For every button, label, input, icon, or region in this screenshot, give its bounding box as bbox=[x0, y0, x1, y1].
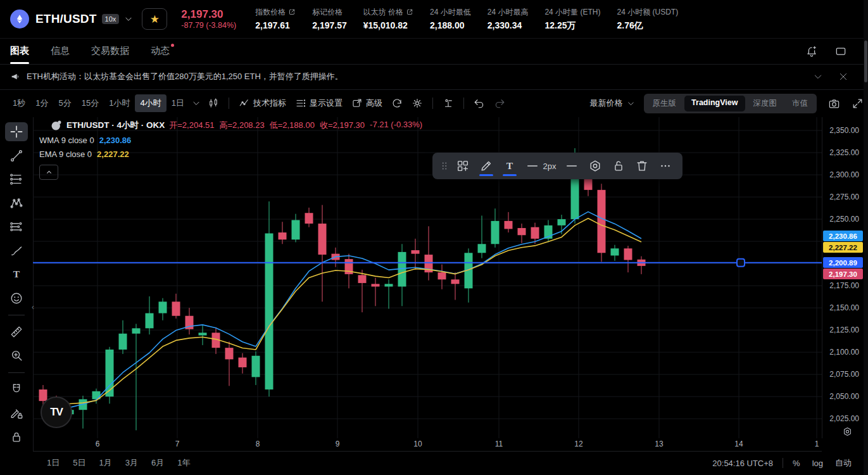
alert-bell-plus-icon[interactable] bbox=[805, 45, 818, 58]
price-axis-settings-icon[interactable] bbox=[842, 426, 853, 437]
legend-title[interactable]: ETH/USDT · 4小时 · OKX bbox=[66, 120, 165, 131]
tab-动态[interactable]: 动态 bbox=[151, 38, 170, 64]
undo-icon[interactable] bbox=[474, 98, 485, 109]
symbol-name[interactable]: ETH/USDT bbox=[35, 12, 97, 26]
announcement-chevron-down-icon[interactable] bbox=[813, 72, 823, 82]
price-tick-label: 2,025.00 bbox=[829, 414, 859, 423]
legend-wma[interactable]: WMA 9 close 02,230.86 bbox=[39, 136, 422, 145]
compare-scale-icon[interactable] bbox=[443, 98, 454, 109]
range-1年[interactable]: 1年 bbox=[177, 457, 190, 469]
page-scrollbar[interactable] bbox=[864, 0, 868, 475]
symbol-chevron-down-icon[interactable] bbox=[124, 15, 133, 23]
lock-all-tool[interactable] bbox=[5, 428, 28, 446]
tab-交易数据[interactable]: 交易数据 bbox=[91, 38, 129, 64]
legend-collapse-button[interactable] bbox=[39, 165, 58, 180]
xabcd-pattern-tool[interactable] bbox=[5, 193, 28, 212]
emoji-tool[interactable] bbox=[5, 288, 28, 307]
advanced-button[interactable]: 高级 bbox=[351, 98, 382, 109]
trash-icon[interactable] bbox=[631, 155, 653, 177]
range-5日[interactable]: 5日 bbox=[73, 457, 85, 469]
auto-scale-button[interactable]: 自动 bbox=[835, 457, 852, 469]
drawing-lock-tool[interactable] bbox=[5, 403, 28, 422]
display-settings-button[interactable]: 显示设置 bbox=[295, 98, 343, 109]
tradingview-logo[interactable]: TV bbox=[41, 396, 72, 428]
layout-window-icon[interactable] bbox=[834, 45, 847, 58]
indicators-button[interactable]: 技术指标 bbox=[239, 98, 286, 109]
replay-icon[interactable] bbox=[391, 98, 403, 109]
legend-ohlc-item: 低=2,188.00 bbox=[270, 120, 315, 131]
crosshair-tool[interactable] bbox=[5, 122, 28, 141]
timeframe-15分[interactable]: 15分 bbox=[77, 94, 104, 112]
announcement-text[interactable]: ETH机构活动：以太坊基金会出售了价值280万美元的1,250 ETH，并暂停了… bbox=[27, 71, 343, 82]
time-tick-label: 10 bbox=[413, 440, 422, 448]
drawing-handle[interactable] bbox=[737, 259, 745, 267]
timeframe-1日[interactable]: 1日 bbox=[167, 94, 189, 112]
timeframe-1小时[interactable]: 1小时 bbox=[104, 94, 135, 112]
price-axis[interactable]: 2,350.002,325.002,300.002,275.002,250.00… bbox=[822, 117, 864, 438]
leverage-badge: 10x bbox=[102, 14, 120, 24]
style-settings-icon[interactable] bbox=[584, 155, 606, 177]
timeframe-chevron-down-icon[interactable] bbox=[192, 99, 201, 108]
external-link-icon[interactable] bbox=[406, 8, 413, 16]
view-TradingView[interactable]: TradingView bbox=[684, 96, 745, 111]
legend-ohlc-item: -7.21 (-0.33%) bbox=[370, 120, 422, 131]
price-tick-label: 2,150.00 bbox=[829, 303, 859, 312]
stat-label: 指数价格 bbox=[255, 7, 296, 18]
text-tool[interactable]: T bbox=[5, 265, 28, 284]
tab-图表[interactable]: 图表 bbox=[10, 38, 29, 64]
unlock-icon[interactable] bbox=[608, 155, 629, 177]
legend-ohlc: 开=2,204.51高=2,208.23低=2,188.00收=2,197.30… bbox=[169, 120, 422, 131]
trend-line-tool[interactable] bbox=[5, 146, 28, 165]
chart-area[interactable]: ETH/USDT · 4小时 · OKX 开=2,204.51高=2,208.2… bbox=[33, 117, 822, 438]
text-icon[interactable]: T bbox=[499, 155, 520, 177]
candle-style-icon[interactable] bbox=[208, 98, 219, 109]
line-width-label: 2px bbox=[543, 162, 557, 171]
view-市值[interactable]: 市值 bbox=[785, 96, 815, 111]
range-6月[interactable]: 6月 bbox=[151, 457, 164, 469]
camera-snapshot-icon[interactable] bbox=[828, 98, 840, 110]
chart-toolbar: 1秒1分5分15分1小时4小时1日 技术指标 显示设置 高级 最新价格 原生版T… bbox=[0, 89, 864, 117]
scrollbar-thumb[interactable] bbox=[864, 41, 867, 82]
clock-utc[interactable]: 20:54:16 UTC+8 bbox=[712, 459, 773, 468]
external-link-icon[interactable] bbox=[288, 8, 296, 16]
announcement-close-icon[interactable] bbox=[838, 72, 848, 82]
candle bbox=[265, 201, 274, 396]
timeframe-1分[interactable]: 1分 bbox=[30, 94, 53, 112]
zoom-in-tool[interactable] bbox=[5, 346, 28, 365]
range-1日[interactable]: 1日 bbox=[47, 457, 60, 469]
line-style-icon[interactable] bbox=[561, 155, 582, 177]
candle bbox=[505, 212, 513, 232]
range-3月[interactable]: 3月 bbox=[125, 457, 138, 469]
template-icon[interactable] bbox=[452, 155, 474, 177]
view-深度图[interactable]: 深度图 bbox=[746, 96, 784, 111]
range-1月[interactable]: 1月 bbox=[99, 457, 111, 469]
time-tick-label: 7 bbox=[175, 440, 180, 448]
legend-ema[interactable]: EMA 9 close 02,227.22 bbox=[39, 149, 422, 159]
candle bbox=[132, 324, 141, 430]
fullscreen-expand-icon[interactable] bbox=[852, 98, 864, 110]
percent-scale-button[interactable]: % bbox=[793, 459, 800, 468]
candle bbox=[172, 294, 180, 319]
tab-信息[interactable]: 信息 bbox=[51, 38, 70, 64]
price-mode-dropdown[interactable]: 最新价格 bbox=[590, 98, 635, 109]
line-width-icon[interactable]: 2px bbox=[522, 155, 559, 177]
time-axis[interactable]: 678910111213141 bbox=[33, 438, 822, 452]
redo-icon[interactable] bbox=[494, 98, 505, 109]
long-position-tool[interactable] bbox=[5, 217, 28, 236]
timeframe-1秒[interactable]: 1秒 bbox=[8, 94, 30, 112]
timeframe-5分[interactable]: 5分 bbox=[53, 94, 76, 112]
magnet-tool[interactable] bbox=[5, 380, 28, 399]
view-原生版[interactable]: 原生版 bbox=[646, 96, 684, 111]
pencil-icon[interactable] bbox=[475, 155, 497, 177]
ruler-tool[interactable] bbox=[5, 322, 28, 341]
settings-gear-icon[interactable] bbox=[412, 98, 423, 109]
log-scale-button[interactable]: log bbox=[812, 459, 823, 468]
more-icon[interactable] bbox=[655, 155, 676, 177]
drag-handle-icon[interactable] bbox=[439, 155, 450, 177]
timeframe-4小时[interactable]: 4小时 bbox=[135, 94, 166, 112]
legend-coin-icon bbox=[51, 120, 62, 131]
brush-tool[interactable] bbox=[5, 241, 28, 260]
favorite-star-button[interactable]: ★ bbox=[142, 8, 167, 30]
time-tick-label: 9 bbox=[336, 440, 340, 448]
fib-retracement-tool[interactable] bbox=[5, 170, 28, 189]
